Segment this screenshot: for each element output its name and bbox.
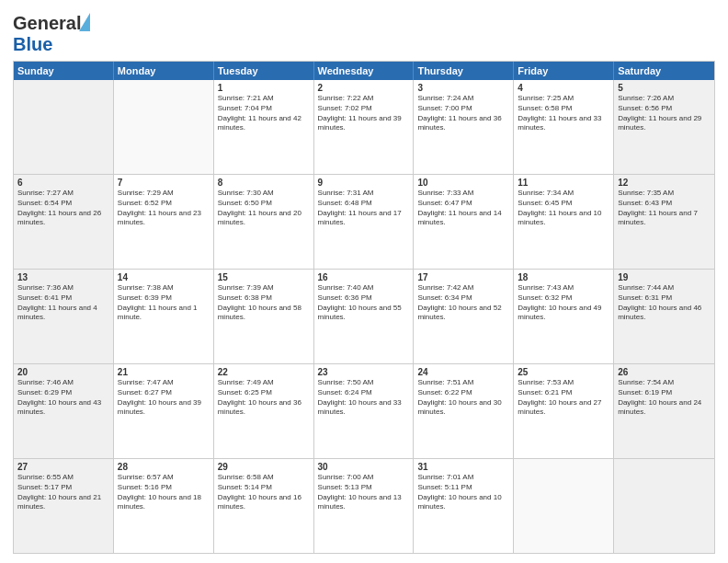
cal-cell: 12Sunrise: 7:35 AM Sunset: 6:43 PM Dayli… <box>614 175 714 269</box>
cell-info: Sunrise: 7:38 AM Sunset: 6:39 PM Dayligh… <box>118 283 210 323</box>
day-number: 31 <box>417 462 509 472</box>
logo: General Blue <box>13 9 81 55</box>
page: General Blue SundayMondayTuesdayWednesda… <box>0 0 728 563</box>
cal-cell: 22Sunrise: 7:49 AM Sunset: 6:25 PM Dayli… <box>214 364 314 458</box>
cal-cell: 24Sunrise: 7:51 AM Sunset: 6:22 PM Dayli… <box>414 364 514 458</box>
cal-cell: 4Sunrise: 7:25 AM Sunset: 6:58 PM Daylig… <box>514 80 614 174</box>
weekday-header-wednesday: Wednesday <box>314 62 415 80</box>
day-number: 8 <box>218 178 310 188</box>
cell-info: Sunrise: 7:31 AM Sunset: 6:48 PM Dayligh… <box>318 189 410 228</box>
weekday-header-thursday: Thursday <box>414 62 514 80</box>
cell-info: Sunrise: 7:26 AM Sunset: 6:56 PM Dayligh… <box>618 94 711 133</box>
cal-cell: 18Sunrise: 7:43 AM Sunset: 6:32 PM Dayli… <box>514 270 614 363</box>
cal-cell: 15Sunrise: 7:39 AM Sunset: 6:38 PM Dayli… <box>214 270 314 363</box>
weekday-header-tuesday: Tuesday <box>214 62 314 80</box>
day-number: 6 <box>17 178 109 188</box>
cell-info: Sunrise: 6:57 AM Sunset: 5:16 PM Dayligh… <box>118 473 210 512</box>
calendar-body: 1Sunrise: 7:21 AM Sunset: 7:04 PM Daylig… <box>14 80 714 553</box>
cal-cell: 25Sunrise: 7:53 AM Sunset: 6:21 PM Dayli… <box>514 364 614 458</box>
day-number: 15 <box>218 272 310 282</box>
day-number: 18 <box>518 272 609 282</box>
day-number: 9 <box>318 178 410 188</box>
day-number: 22 <box>218 367 310 377</box>
cal-cell: 6Sunrise: 7:27 AM Sunset: 6:54 PM Daylig… <box>14 175 114 269</box>
cell-info: Sunrise: 7:49 AM Sunset: 6:25 PM Dayligh… <box>218 378 310 418</box>
cal-cell: 26Sunrise: 7:54 AM Sunset: 6:19 PM Dayli… <box>614 364 714 458</box>
logo-general: General <box>13 13 81 33</box>
cell-info: Sunrise: 7:01 AM Sunset: 5:11 PM Dayligh… <box>417 473 509 512</box>
cell-info: Sunrise: 7:24 AM Sunset: 7:00 PM Dayligh… <box>417 94 509 133</box>
cell-info: Sunrise: 7:21 AM Sunset: 7:04 PM Dayligh… <box>218 94 310 133</box>
day-number: 29 <box>218 462 310 472</box>
cell-info: Sunrise: 7:42 AM Sunset: 6:34 PM Dayligh… <box>417 283 509 323</box>
cal-cell <box>614 459 714 553</box>
cell-info: Sunrise: 7:29 AM Sunset: 6:52 PM Dayligh… <box>118 189 210 228</box>
cell-info: Sunrise: 7:53 AM Sunset: 6:21 PM Dayligh… <box>518 378 609 418</box>
day-number: 28 <box>118 462 210 472</box>
day-number: 16 <box>318 272 410 282</box>
cal-cell: 5Sunrise: 7:26 AM Sunset: 6:56 PM Daylig… <box>614 80 714 174</box>
cal-cell: 23Sunrise: 7:50 AM Sunset: 6:24 PM Dayli… <box>314 364 415 458</box>
day-number: 4 <box>518 83 609 93</box>
calendar-row-3: 20Sunrise: 7:46 AM Sunset: 6:29 PM Dayli… <box>14 363 714 458</box>
day-number: 19 <box>618 272 711 282</box>
calendar: SundayMondayTuesdayWednesdayThursdayFrid… <box>13 61 715 554</box>
day-number: 17 <box>417 272 509 282</box>
day-number: 21 <box>118 367 210 377</box>
cal-cell: 27Sunrise: 6:55 AM Sunset: 5:17 PM Dayli… <box>14 459 114 553</box>
cell-info: Sunrise: 7:43 AM Sunset: 6:32 PM Dayligh… <box>518 283 609 323</box>
cal-cell: 3Sunrise: 7:24 AM Sunset: 7:00 PM Daylig… <box>414 80 514 174</box>
day-number: 25 <box>518 367 609 377</box>
day-number: 14 <box>118 272 210 282</box>
cal-cell: 8Sunrise: 7:30 AM Sunset: 6:50 PM Daylig… <box>214 175 314 269</box>
cal-cell <box>114 80 214 174</box>
header: General Blue <box>13 9 715 55</box>
cal-cell: 1Sunrise: 7:21 AM Sunset: 7:04 PM Daylig… <box>214 80 314 174</box>
cal-cell <box>514 459 614 553</box>
cell-info: Sunrise: 7:30 AM Sunset: 6:50 PM Dayligh… <box>218 189 310 228</box>
cal-cell: 19Sunrise: 7:44 AM Sunset: 6:31 PM Dayli… <box>614 270 714 363</box>
cal-cell: 17Sunrise: 7:42 AM Sunset: 6:34 PM Dayli… <box>414 270 514 363</box>
calendar-row-1: 6Sunrise: 7:27 AM Sunset: 6:54 PM Daylig… <box>14 174 714 269</box>
cal-cell: 31Sunrise: 7:01 AM Sunset: 5:11 PM Dayli… <box>414 459 514 553</box>
calendar-header: SundayMondayTuesdayWednesdayThursdayFrid… <box>14 62 714 80</box>
cal-cell: 29Sunrise: 6:58 AM Sunset: 5:14 PM Dayli… <box>214 459 314 553</box>
day-number: 10 <box>417 178 509 188</box>
day-number: 13 <box>17 272 109 282</box>
day-number: 27 <box>17 462 109 472</box>
cal-cell <box>14 80 114 174</box>
cal-cell: 28Sunrise: 6:57 AM Sunset: 5:16 PM Dayli… <box>114 459 214 553</box>
cell-info: Sunrise: 7:27 AM Sunset: 6:54 PM Dayligh… <box>17 189 109 228</box>
weekday-header-monday: Monday <box>114 62 214 80</box>
weekday-header-sunday: Sunday <box>14 62 114 80</box>
cell-info: Sunrise: 7:00 AM Sunset: 5:13 PM Dayligh… <box>318 473 410 512</box>
calendar-row-0: 1Sunrise: 7:21 AM Sunset: 7:04 PM Daylig… <box>14 80 714 174</box>
cell-info: Sunrise: 7:50 AM Sunset: 6:24 PM Dayligh… <box>318 378 410 418</box>
cal-cell: 30Sunrise: 7:00 AM Sunset: 5:13 PM Dayli… <box>314 459 415 553</box>
day-number: 12 <box>618 178 711 188</box>
cell-info: Sunrise: 6:58 AM Sunset: 5:14 PM Dayligh… <box>218 473 310 512</box>
cell-info: Sunrise: 7:46 AM Sunset: 6:29 PM Dayligh… <box>17 378 109 418</box>
day-number: 2 <box>318 83 410 93</box>
day-number: 3 <box>417 83 509 93</box>
day-number: 11 <box>518 178 609 188</box>
cell-info: Sunrise: 7:44 AM Sunset: 6:31 PM Dayligh… <box>618 283 711 323</box>
cal-cell: 10Sunrise: 7:33 AM Sunset: 6:47 PM Dayli… <box>414 175 514 269</box>
cell-info: Sunrise: 7:40 AM Sunset: 6:36 PM Dayligh… <box>318 283 410 323</box>
cell-info: Sunrise: 7:35 AM Sunset: 6:43 PM Dayligh… <box>618 189 711 228</box>
cell-info: Sunrise: 7:33 AM Sunset: 6:47 PM Dayligh… <box>417 189 509 228</box>
cell-info: Sunrise: 6:55 AM Sunset: 5:17 PM Dayligh… <box>17 473 109 512</box>
cell-info: Sunrise: 7:34 AM Sunset: 6:45 PM Dayligh… <box>518 189 609 228</box>
day-number: 20 <box>17 367 109 377</box>
weekday-header-saturday: Saturday <box>614 62 714 80</box>
day-number: 5 <box>618 83 711 93</box>
day-number: 23 <box>318 367 410 377</box>
day-number: 24 <box>417 367 509 377</box>
cal-cell: 9Sunrise: 7:31 AM Sunset: 6:48 PM Daylig… <box>314 175 415 269</box>
calendar-row-4: 27Sunrise: 6:55 AM Sunset: 5:17 PM Dayli… <box>14 458 714 553</box>
weekday-header-friday: Friday <box>514 62 614 80</box>
cal-cell: 20Sunrise: 7:46 AM Sunset: 6:29 PM Dayli… <box>14 364 114 458</box>
cal-cell: 16Sunrise: 7:40 AM Sunset: 6:36 PM Dayli… <box>314 270 415 363</box>
day-number: 30 <box>318 462 410 472</box>
cell-info: Sunrise: 7:47 AM Sunset: 6:27 PM Dayligh… <box>118 378 210 418</box>
